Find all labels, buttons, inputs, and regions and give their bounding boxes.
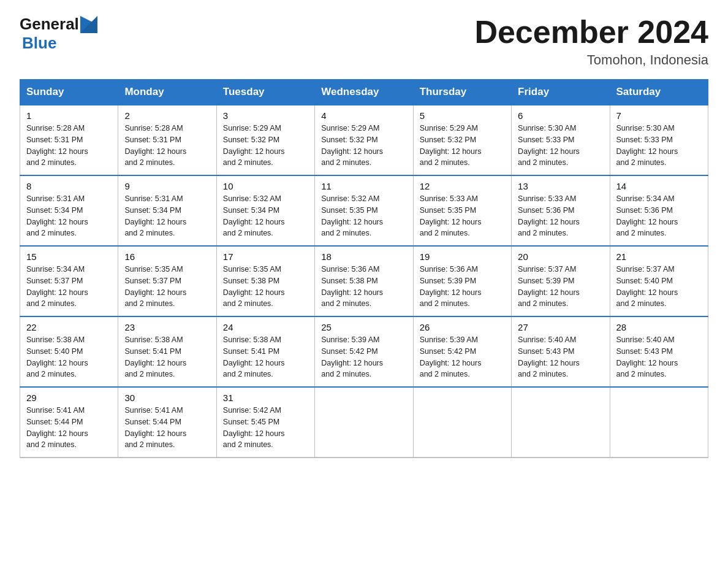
calendar-day-cell bbox=[413, 387, 511, 458]
calendar-day-cell: 31 Sunrise: 5:42 AM Sunset: 5:45 PM Dayl… bbox=[216, 387, 314, 458]
weekday-header-tuesday: Tuesday bbox=[216, 80, 314, 105]
calendar-day-cell: 6 Sunrise: 5:30 AM Sunset: 5:33 PM Dayli… bbox=[512, 105, 610, 175]
calendar-day-cell: 29 Sunrise: 5:41 AM Sunset: 5:44 PM Dayl… bbox=[20, 387, 118, 458]
calendar-day-cell: 14 Sunrise: 5:34 AM Sunset: 5:36 PM Dayl… bbox=[610, 175, 708, 246]
weekday-header-saturday: Saturday bbox=[610, 80, 708, 105]
calendar-day-cell: 2 Sunrise: 5:28 AM Sunset: 5:31 PM Dayli… bbox=[118, 105, 216, 175]
day-number: 10 bbox=[223, 181, 308, 191]
calendar-day-cell: 4 Sunrise: 5:29 AM Sunset: 5:32 PM Dayli… bbox=[315, 105, 413, 175]
calendar-day-cell: 11 Sunrise: 5:32 AM Sunset: 5:35 PM Dayl… bbox=[315, 175, 413, 246]
calendar-week-row: 22 Sunrise: 5:38 AM Sunset: 5:40 PM Dayl… bbox=[20, 316, 708, 387]
calendar-day-cell bbox=[512, 387, 610, 458]
calendar-title: December 2024 bbox=[474, 15, 708, 50]
day-info: Sunrise: 5:34 AM Sunset: 5:37 PM Dayligh… bbox=[26, 264, 112, 310]
day-info: Sunrise: 5:41 AM Sunset: 5:44 PM Dayligh… bbox=[26, 405, 112, 451]
day-info: Sunrise: 5:37 AM Sunset: 5:40 PM Dayligh… bbox=[616, 264, 702, 310]
weekday-header-thursday: Thursday bbox=[413, 80, 511, 105]
calendar-day-cell: 17 Sunrise: 5:35 AM Sunset: 5:38 PM Dayl… bbox=[216, 246, 314, 316]
calendar-table: SundayMondayTuesdayWednesdayThursdayFrid… bbox=[20, 79, 708, 458]
day-number: 23 bbox=[124, 322, 210, 332]
calendar-day-cell: 3 Sunrise: 5:29 AM Sunset: 5:32 PM Dayli… bbox=[216, 105, 314, 175]
day-info: Sunrise: 5:29 AM Sunset: 5:32 PM Dayligh… bbox=[420, 123, 505, 169]
day-info: Sunrise: 5:33 AM Sunset: 5:36 PM Dayligh… bbox=[518, 193, 603, 239]
calendar-week-row: 29 Sunrise: 5:41 AM Sunset: 5:44 PM Dayl… bbox=[20, 387, 708, 458]
day-number: 7 bbox=[616, 110, 702, 121]
day-number: 8 bbox=[26, 181, 112, 191]
day-number: 5 bbox=[420, 110, 505, 121]
day-info: Sunrise: 5:38 AM Sunset: 5:40 PM Dayligh… bbox=[26, 334, 112, 380]
day-number: 4 bbox=[321, 110, 406, 121]
day-info: Sunrise: 5:42 AM Sunset: 5:45 PM Dayligh… bbox=[223, 405, 308, 451]
day-info: Sunrise: 5:31 AM Sunset: 5:34 PM Dayligh… bbox=[26, 193, 112, 239]
day-info: Sunrise: 5:37 AM Sunset: 5:39 PM Dayligh… bbox=[518, 264, 603, 310]
calendar-day-cell: 19 Sunrise: 5:36 AM Sunset: 5:39 PM Dayl… bbox=[413, 246, 511, 316]
day-info: Sunrise: 5:29 AM Sunset: 5:32 PM Dayligh… bbox=[321, 123, 406, 169]
calendar-day-cell: 16 Sunrise: 5:35 AM Sunset: 5:37 PM Dayl… bbox=[118, 246, 216, 316]
calendar-day-cell: 8 Sunrise: 5:31 AM Sunset: 5:34 PM Dayli… bbox=[20, 175, 118, 246]
calendar-day-cell bbox=[315, 387, 413, 458]
day-info: Sunrise: 5:28 AM Sunset: 5:31 PM Dayligh… bbox=[124, 123, 210, 169]
day-info: Sunrise: 5:40 AM Sunset: 5:43 PM Dayligh… bbox=[616, 334, 702, 380]
calendar-week-row: 1 Sunrise: 5:28 AM Sunset: 5:31 PM Dayli… bbox=[20, 105, 708, 175]
calendar-week-row: 8 Sunrise: 5:31 AM Sunset: 5:34 PM Dayli… bbox=[20, 175, 708, 246]
calendar-subtitle: Tomohon, Indonesia bbox=[474, 52, 708, 68]
day-info: Sunrise: 5:30 AM Sunset: 5:33 PM Dayligh… bbox=[616, 123, 702, 169]
calendar-day-cell: 30 Sunrise: 5:41 AM Sunset: 5:44 PM Dayl… bbox=[118, 387, 216, 458]
day-number: 6 bbox=[518, 110, 603, 121]
day-number: 12 bbox=[420, 181, 505, 191]
day-number: 20 bbox=[518, 251, 603, 262]
weekday-header-wednesday: Wednesday bbox=[315, 80, 413, 105]
day-number: 27 bbox=[518, 322, 603, 332]
day-info: Sunrise: 5:36 AM Sunset: 5:38 PM Dayligh… bbox=[321, 264, 406, 310]
day-info: Sunrise: 5:32 AM Sunset: 5:34 PM Dayligh… bbox=[223, 193, 308, 239]
day-number: 29 bbox=[26, 393, 112, 403]
day-number: 18 bbox=[321, 251, 406, 262]
day-info: Sunrise: 5:38 AM Sunset: 5:41 PM Dayligh… bbox=[124, 334, 210, 380]
calendar-day-cell: 10 Sunrise: 5:32 AM Sunset: 5:34 PM Dayl… bbox=[216, 175, 314, 246]
day-number: 26 bbox=[420, 322, 505, 332]
calendar-day-cell: 7 Sunrise: 5:30 AM Sunset: 5:33 PM Dayli… bbox=[610, 105, 708, 175]
calendar-day-cell: 28 Sunrise: 5:40 AM Sunset: 5:43 PM Dayl… bbox=[610, 316, 708, 387]
day-number: 25 bbox=[321, 322, 406, 332]
day-number: 14 bbox=[616, 181, 702, 191]
day-number: 9 bbox=[124, 181, 210, 191]
logo-blue-text: Blue bbox=[22, 34, 56, 53]
calendar-day-cell: 21 Sunrise: 5:37 AM Sunset: 5:40 PM Dayl… bbox=[610, 246, 708, 316]
day-info: Sunrise: 5:34 AM Sunset: 5:36 PM Dayligh… bbox=[616, 193, 702, 239]
weekday-header-row: SundayMondayTuesdayWednesdayThursdayFrid… bbox=[20, 80, 708, 105]
day-info: Sunrise: 5:36 AM Sunset: 5:39 PM Dayligh… bbox=[420, 264, 505, 310]
day-number: 11 bbox=[321, 181, 406, 191]
day-info: Sunrise: 5:30 AM Sunset: 5:33 PM Dayligh… bbox=[518, 123, 603, 169]
day-info: Sunrise: 5:35 AM Sunset: 5:38 PM Dayligh… bbox=[223, 264, 308, 310]
logo: General Blue bbox=[20, 15, 97, 53]
day-number: 15 bbox=[26, 251, 112, 262]
day-number: 30 bbox=[124, 393, 210, 403]
day-number: 21 bbox=[616, 251, 702, 262]
day-info: Sunrise: 5:28 AM Sunset: 5:31 PM Dayligh… bbox=[26, 123, 112, 169]
day-info: Sunrise: 5:31 AM Sunset: 5:34 PM Dayligh… bbox=[124, 193, 210, 239]
day-number: 19 bbox=[420, 251, 505, 262]
calendar-day-cell: 23 Sunrise: 5:38 AM Sunset: 5:41 PM Dayl… bbox=[118, 316, 216, 387]
calendar-day-cell: 9 Sunrise: 5:31 AM Sunset: 5:34 PM Dayli… bbox=[118, 175, 216, 246]
day-number: 13 bbox=[518, 181, 603, 191]
calendar-day-cell: 18 Sunrise: 5:36 AM Sunset: 5:38 PM Dayl… bbox=[315, 246, 413, 316]
day-number: 28 bbox=[616, 322, 702, 332]
day-number: 3 bbox=[223, 110, 308, 121]
weekday-header-monday: Monday bbox=[118, 80, 216, 105]
calendar-day-cell: 22 Sunrise: 5:38 AM Sunset: 5:40 PM Dayl… bbox=[20, 316, 118, 387]
calendar-week-row: 15 Sunrise: 5:34 AM Sunset: 5:37 PM Dayl… bbox=[20, 246, 708, 316]
weekday-header-sunday: Sunday bbox=[20, 80, 118, 105]
page-header: General Blue December 2024 Tomohon, Indo… bbox=[20, 15, 708, 68]
logo-icon bbox=[80, 16, 97, 33]
day-info: Sunrise: 5:38 AM Sunset: 5:41 PM Dayligh… bbox=[223, 334, 308, 380]
calendar-day-cell bbox=[610, 387, 708, 458]
calendar-day-cell: 13 Sunrise: 5:33 AM Sunset: 5:36 PM Dayl… bbox=[512, 175, 610, 246]
title-block: December 2024 Tomohon, Indonesia bbox=[474, 15, 708, 68]
day-info: Sunrise: 5:39 AM Sunset: 5:42 PM Dayligh… bbox=[420, 334, 505, 380]
calendar-day-cell: 25 Sunrise: 5:39 AM Sunset: 5:42 PM Dayl… bbox=[315, 316, 413, 387]
day-info: Sunrise: 5:32 AM Sunset: 5:35 PM Dayligh… bbox=[321, 193, 406, 239]
day-number: 24 bbox=[223, 322, 308, 332]
calendar-day-cell: 26 Sunrise: 5:39 AM Sunset: 5:42 PM Dayl… bbox=[413, 316, 511, 387]
day-info: Sunrise: 5:41 AM Sunset: 5:44 PM Dayligh… bbox=[124, 405, 210, 451]
day-number: 1 bbox=[26, 110, 112, 121]
